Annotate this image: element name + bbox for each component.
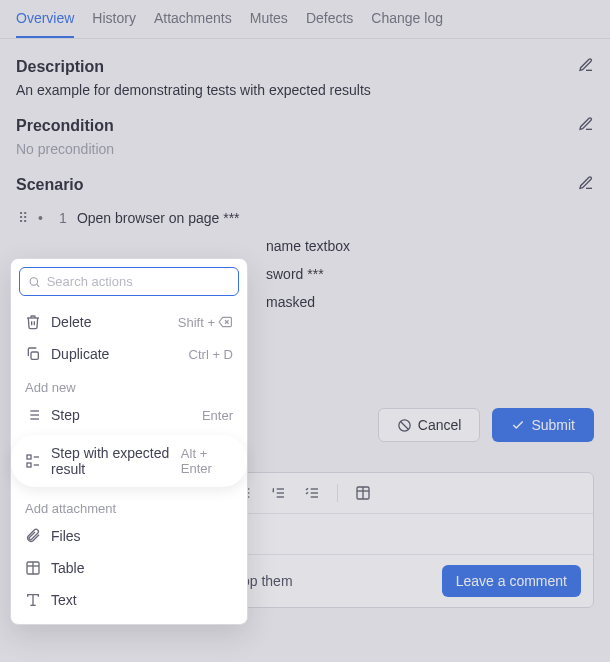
scenario-row[interactable]: name textbox xyxy=(16,232,594,260)
svg-line-1 xyxy=(401,421,409,429)
svg-rect-28 xyxy=(27,455,31,459)
tab-overview[interactable]: Overview xyxy=(16,10,74,38)
paperclip-icon xyxy=(25,528,41,544)
dropdown-item-step[interactable]: Step Enter xyxy=(19,399,239,431)
dropdown-item-label: Delete xyxy=(51,314,91,330)
dropdown-item-label: Step with expected result xyxy=(51,445,181,477)
dropdown-item-delete[interactable]: Delete Shift + xyxy=(19,306,239,338)
svg-line-18 xyxy=(37,284,39,286)
dropdown-item-label: Duplicate xyxy=(51,346,109,362)
svg-rect-21 xyxy=(31,352,38,359)
search-icon xyxy=(28,275,41,289)
bullet-icon: • xyxy=(38,210,43,226)
trash-icon xyxy=(25,314,41,330)
leave-comment-button[interactable]: Leave a comment xyxy=(442,565,581,597)
copy-icon xyxy=(25,346,41,362)
dropdown-item-label: Text xyxy=(51,592,77,608)
step-icon xyxy=(25,407,41,423)
text-icon xyxy=(25,592,41,608)
dropdown-item-label: Table xyxy=(51,560,84,576)
tab-defects[interactable]: Defects xyxy=(306,10,353,38)
dropdown-item-text[interactable]: Text xyxy=(19,584,239,616)
actions-dropdown: Delete Shift + Duplicate Ctrl + D Add ne… xyxy=(10,258,248,625)
dropdown-item-shortcut: Alt + Enter xyxy=(181,446,233,476)
tab-history[interactable]: History xyxy=(92,10,136,38)
row-text: name textbox xyxy=(266,238,350,254)
dropdown-item-shortcut: Enter xyxy=(202,408,233,423)
precondition-section: Precondition No precondition xyxy=(0,98,610,157)
scenario-title: Scenario xyxy=(16,176,84,194)
dropdown-item-label: Files xyxy=(51,528,81,544)
tab-mutes[interactable]: Mutes xyxy=(250,10,288,38)
table-icon xyxy=(25,560,41,576)
dropdown-item-duplicate[interactable]: Duplicate Ctrl + D xyxy=(19,338,239,370)
table-icon[interactable] xyxy=(348,479,378,507)
precondition-body: No precondition xyxy=(16,141,594,157)
tab-attachments[interactable]: Attachments xyxy=(154,10,232,38)
tab-change-log[interactable]: Change log xyxy=(371,10,443,38)
search-actions-field[interactable] xyxy=(19,267,239,296)
search-actions-input[interactable] xyxy=(47,274,230,289)
toolbar-divider xyxy=(337,484,338,502)
dropdown-item-shortcut: Shift + xyxy=(178,315,233,330)
precondition-title: Precondition xyxy=(16,117,114,135)
svg-rect-29 xyxy=(27,463,31,467)
cancel-label: Cancel xyxy=(418,417,462,433)
description-body: An example for demonstrating tests with … xyxy=(16,82,594,98)
description-section: Description An example for demonstrating… xyxy=(0,39,610,98)
drag-handle-icon[interactable]: ⠿ xyxy=(16,210,28,226)
submit-label: Submit xyxy=(531,417,575,433)
numbered-list-icon[interactable] xyxy=(263,479,293,507)
tabs: Overview History Attachments Mutes Defec… xyxy=(0,0,610,39)
row-text: Open browser on page *** xyxy=(77,210,240,226)
dropdown-item-label: Step xyxy=(51,407,80,423)
dropdown-item-shortcut: Ctrl + D xyxy=(189,347,233,362)
row-text: masked xyxy=(266,294,315,310)
backspace-icon xyxy=(217,315,233,329)
step-result-icon xyxy=(25,453,41,469)
row-number: 1 xyxy=(53,210,67,226)
submit-button[interactable]: Submit xyxy=(492,408,594,442)
checklist-icon[interactable] xyxy=(297,479,327,507)
dropdown-item-step-expected-result[interactable]: Step with expected result Alt + Enter xyxy=(11,435,247,487)
cancel-button[interactable]: Cancel xyxy=(378,408,481,442)
svg-point-17 xyxy=(30,277,37,284)
edit-scenario-icon[interactable] xyxy=(578,175,594,194)
dropdown-item-table[interactable]: Table xyxy=(19,552,239,584)
scenario-row[interactable]: ⠿ • 1 Open browser on page *** xyxy=(16,204,594,232)
dropdown-item-files[interactable]: Files xyxy=(19,520,239,552)
edit-description-icon[interactable] xyxy=(578,57,594,76)
row-text: sword *** xyxy=(266,266,324,282)
edit-precondition-icon[interactable] xyxy=(578,116,594,135)
dropdown-header-add-new: Add new xyxy=(19,370,239,399)
dropdown-header-attachment: Add attachment xyxy=(19,491,239,520)
description-title: Description xyxy=(16,58,104,76)
